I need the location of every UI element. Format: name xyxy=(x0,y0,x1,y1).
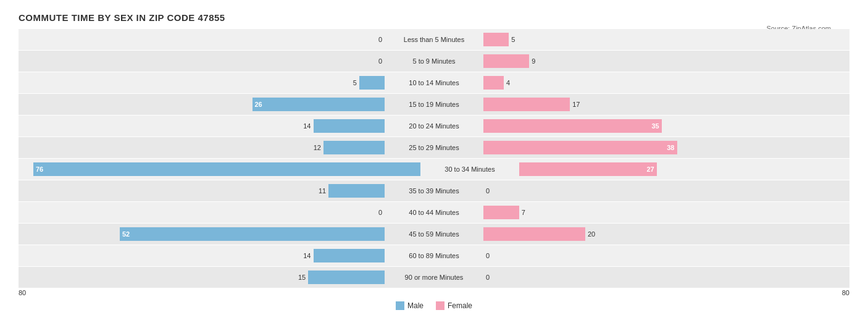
female-value: 9 xyxy=(529,57,544,65)
chart-title: COMMUTE TIME BY SEX IN ZIP CODE 47855 xyxy=(19,12,849,23)
row-label: 25 to 29 Minutes xyxy=(385,144,483,151)
male-value: 0 xyxy=(370,57,385,65)
male-value: 14 xyxy=(299,252,314,259)
female-bar xyxy=(483,76,504,90)
legend-male: Male xyxy=(396,301,424,310)
chart-row: 510 to 14 Minutes4 xyxy=(19,72,849,93)
chart-row: 0Less than 5 Minutes5 xyxy=(19,29,849,50)
male-value: 0 xyxy=(370,36,385,43)
row-label: 20 to 24 Minutes xyxy=(385,122,483,130)
legend-female-box xyxy=(436,301,444,310)
male-bar xyxy=(359,76,385,90)
female-bar xyxy=(483,206,519,219)
female-value: 0 xyxy=(483,274,498,281)
female-value: 4 xyxy=(504,79,519,86)
row-label: 10 to 14 Minutes xyxy=(385,79,483,86)
female-bar xyxy=(483,54,529,68)
female-value: 0 xyxy=(483,252,498,259)
male-value: 12 xyxy=(309,144,323,151)
row-label: 40 to 44 Minutes xyxy=(385,209,483,216)
female-value: 0 xyxy=(483,187,498,195)
row-label: 35 to 39 Minutes xyxy=(385,187,483,195)
male-value: 0 xyxy=(370,209,385,216)
male-bar: 52 xyxy=(120,227,385,241)
female-value: 17 xyxy=(570,101,585,108)
chart-row: 2615 to 19 Minutes17 xyxy=(19,94,849,115)
male-bar: 76 xyxy=(33,162,420,176)
legend-female-label: Female xyxy=(448,301,472,310)
row-label: Less than 5 Minutes xyxy=(385,36,483,43)
legend: Male Female xyxy=(19,301,849,310)
chart-row: 040 to 44 Minutes7 xyxy=(19,202,849,223)
female-bar xyxy=(483,227,585,241)
female-value: 7 xyxy=(519,209,534,216)
male-bar xyxy=(314,119,385,133)
male-bar xyxy=(314,249,385,262)
chart-row: 1420 to 24 Minutes35 xyxy=(19,115,849,136)
row-label: 15 to 19 Minutes xyxy=(385,101,483,108)
male-bar xyxy=(323,141,385,154)
row-label: 45 to 59 Minutes xyxy=(385,230,483,238)
chart-row: 05 to 9 Minutes9 xyxy=(19,51,849,72)
female-bar xyxy=(483,33,509,46)
row-label: 30 to 34 Minutes xyxy=(420,166,519,173)
row-label: 60 to 89 Minutes xyxy=(385,252,483,259)
axis-left: 80 xyxy=(19,289,26,296)
chart-row: 1590 or more Minutes0 xyxy=(19,267,849,288)
row-label: 90 or more Minutes xyxy=(385,274,483,281)
male-value: 14 xyxy=(299,122,314,130)
legend-male-label: Male xyxy=(407,301,424,310)
female-bar xyxy=(483,98,570,111)
female-bar: 38 xyxy=(483,141,677,154)
chart-row: 1460 to 89 Minutes0 xyxy=(19,245,849,266)
chart-row: 1135 to 39 Minutes0 xyxy=(19,180,849,201)
male-bar xyxy=(328,184,385,198)
chart-wrapper: 0Less than 5 Minutes505 to 9 Minutes9510… xyxy=(19,29,849,310)
axis-right: 80 xyxy=(842,289,849,296)
female-value: 5 xyxy=(509,36,524,43)
male-value: 11 xyxy=(314,187,328,195)
female-value: 20 xyxy=(585,230,600,238)
female-bar: 27 xyxy=(519,162,657,176)
row-label: 5 to 9 Minutes xyxy=(385,57,483,65)
axis-labels: 80 80 xyxy=(19,289,849,296)
legend-male-box xyxy=(396,301,404,310)
male-bar: 26 xyxy=(252,98,385,111)
male-value: 15 xyxy=(293,274,308,281)
chart-row: 7630 to 34 Minutes27 xyxy=(19,159,849,180)
male-value: 5 xyxy=(344,79,359,86)
chart-row: 1225 to 29 Minutes38 xyxy=(19,137,849,158)
legend-female: Female xyxy=(436,301,472,310)
male-bar xyxy=(308,271,385,284)
female-bar: 35 xyxy=(483,119,662,133)
chart-row: 5245 to 59 Minutes20 xyxy=(19,224,849,245)
